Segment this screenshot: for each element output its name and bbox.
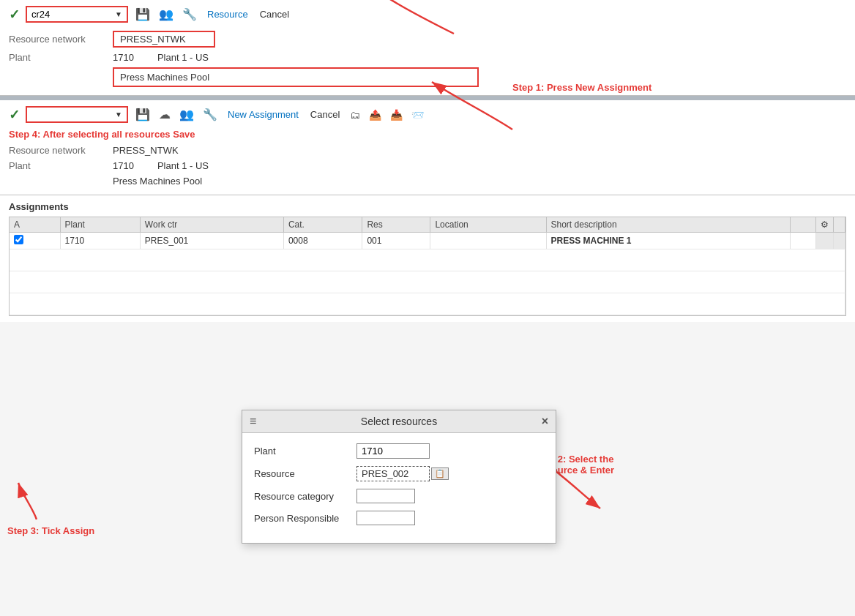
gear-icon-header[interactable]: ⚙ [816,217,834,233]
resource-network-row-1: Resource network PRESS_NTWK [9,29,846,50]
dialog-person-label: Person Responsible [254,513,356,524]
empty-row-1 [10,249,845,271]
dialog-plant-row: Plant [254,443,544,459]
table-header-row: A Plant Work ctr Cat. Res Location Short… [10,217,845,233]
col-header-shortdesc: Short description [546,217,790,233]
users-icon-1[interactable]: 👥 [157,6,175,23]
plant-desc-1: Plant 1 - US [157,52,209,63]
row-empty [790,233,815,249]
check-icon-2[interactable]: ✓ [9,107,20,123]
dialog-rescat-label: Resource category [254,491,356,502]
dialog-title: Select resources [256,416,541,427]
assignments-table: A Plant Work ctr Cat. Res Location Short… [10,217,845,315]
dialog-resource-value[interactable]: PRES_002 [356,466,430,481]
users-icon-2[interactable]: 👥 [178,106,195,123]
row-shortdesc: PRESS MACHINE 1 [546,233,790,249]
toolbar-2: ✓ ▼ 💾 ☁ 👥 🔧 New Assignment Cancel 🗂 📤 📥 … [9,106,846,123]
dropdown-arrow-icon: ▼ [115,10,122,18]
save-icon-1[interactable]: 💾 [134,6,152,23]
col-header-location: Location [430,217,546,233]
check-icon-1[interactable]: ✓ [9,7,20,23]
select-resources-dialog: ≡ Select resources × Plant Resource PRES… [242,410,556,544]
description-row-2: Press Machines Pool [9,173,846,189]
step3-annotation-area: Step 3: Tick Assign [7,479,94,536]
scrollbar-header [834,217,845,233]
dialog-close-icon[interactable]: × [542,415,548,428]
dialog-resource-input-group: PRES_002 📋 [356,466,449,481]
dropdown-cr24[interactable]: ▼ [26,6,128,23]
step3-arrow [7,479,73,523]
row-check[interactable] [10,233,60,249]
cr24-input[interactable] [31,9,112,20]
dialog-resource-browse-btn[interactable]: 📋 [431,467,449,480]
resource-network-value-2: PRESS_NTWK [113,145,179,156]
row-plant: 1710 [60,233,140,249]
dialog-person-value [356,511,415,525]
resource-assign-icon-2[interactable]: 🔧 [201,106,219,123]
col-header-empty [790,217,815,233]
dialog-menu-icon[interactable]: ≡ [250,415,256,428]
col-header-cat: Cat. [283,217,362,233]
plant-value-1: 1710 [113,52,134,63]
row-scrollbar [816,233,834,249]
nav-icon-4[interactable]: 📨 [410,108,425,122]
empty-input[interactable] [31,109,112,120]
col-header-workctr: Work ctr [140,217,283,233]
new-assignment-button[interactable]: New Assignment [225,108,302,121]
resource-network-row-2: Resource network PRESS_NTWK [9,143,846,158]
dropdown-empty[interactable]: ▼ [26,106,128,123]
assignments-title: Assignments [9,201,846,212]
table-row: 1710 PRES_001 0008 001 PRESS MACHINE 1 [10,233,845,249]
row-scrollbar2 [834,233,845,249]
plant-row-2: Plant 1710 Plant 1 - US [9,158,846,173]
col-header-res: Res [362,217,430,233]
dialog-body: Plant Resource PRES_002 📋 Resource categ… [242,433,556,543]
resource-network-label-2: Resource network [9,145,104,156]
assignments-table-container: A Plant Work ctr Cat. Res Location Short… [9,217,846,316]
plant-desc-2: Plant 1 - US [157,160,209,171]
cancel-button-1[interactable]: Cancel [257,7,292,21]
dialog-plant-input[interactable] [356,443,430,459]
empty-row-3 [10,293,845,315]
dialog-rescat-value [356,489,415,503]
empty-row-2 [10,271,845,293]
resource-network-value-1: PRESS_NTWK [113,31,215,48]
dialog-rescat-row: Resource category [254,489,544,503]
save-icon-2[interactable]: 💾 [134,106,152,123]
cancel-button-2[interactable]: Cancel [307,108,343,121]
plant-row-1: Plant 1710 Plant 1 - US [9,50,846,65]
row-cat: 0008 [283,233,362,249]
panel-2: ✓ ▼ 💾 ☁ 👥 🔧 New Assignment Cancel 🗂 📤 📥 … [0,100,855,195]
description-value-2: Press Machines Pool [113,176,202,187]
resource-button-1[interactable]: Resource [204,7,251,21]
plant-label-2: Plant [9,160,104,171]
description-row-1: Press Machines Pool [9,65,846,89]
cloud-icon[interactable]: ☁ [157,106,172,123]
dialog-person-row: Person Responsible [254,511,544,525]
resource-network-label-1: Resource network [9,34,104,45]
plant-label-1: Plant [9,52,104,63]
step4-label: Step 4: After selecting all resources Sa… [9,129,846,140]
nav-icon-2[interactable]: 📤 [367,108,383,122]
resource-assign-icon-1[interactable]: 🔧 [181,6,198,23]
dialog-header: ≡ Select resources × [242,410,556,433]
dialog-plant-label: Plant [254,446,356,457]
assignments-section: Assignments A Plant Work ctr Cat. Res Lo… [0,195,855,322]
row-res: 001 [362,233,430,249]
assign-checkbox[interactable] [14,235,23,244]
toolbar-1: ✓ ▼ 💾 👥 🔧 Resource Cancel [9,6,846,23]
plant-value-2: 1710 [113,160,134,171]
row-location [430,233,546,249]
nav-icon-3[interactable]: 📥 [389,108,404,122]
description-value-1: Press Machines Pool [113,67,479,87]
panel-1: ✓ ▼ 💾 👥 🔧 Resource Cancel Resource netwo… [0,0,855,96]
dialog-resource-label: Resource [254,468,356,479]
col-header-a: A [10,217,60,233]
step3-label: Step 3: Tick Assign [7,525,94,536]
nav-icon-1[interactable]: 🗂 [348,108,362,122]
row-workctr: PRES_001 [140,233,283,249]
dropdown-arrow-2-icon: ▼ [115,110,122,119]
dialog-resource-row: Resource PRES_002 📋 [254,466,544,481]
col-header-plant: Plant [60,217,140,233]
